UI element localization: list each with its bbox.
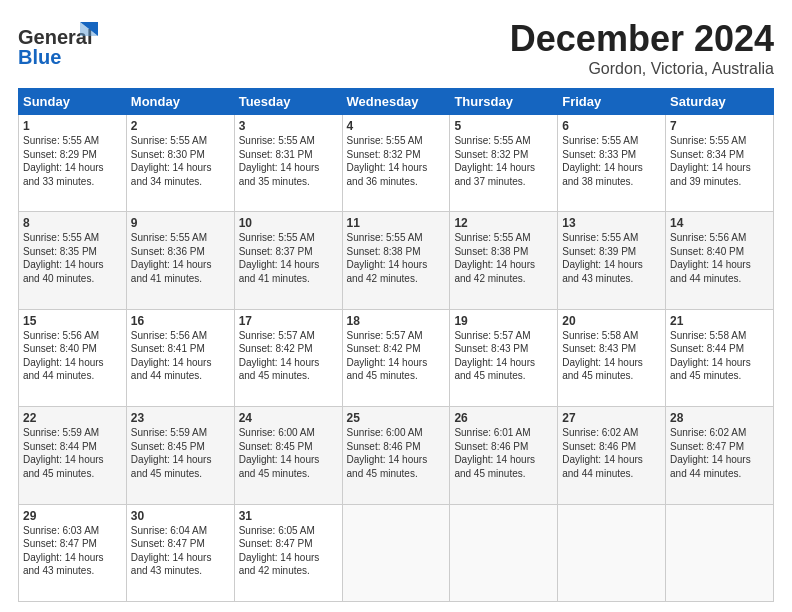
day-number: 25 [347,411,446,425]
day-number: 3 [239,119,338,133]
location: Gordon, Victoria, Australia [510,60,774,78]
calendar-cell: 13Sunrise: 5:55 AMSunset: 8:39 PMDayligh… [558,212,666,309]
calendar-cell: 7Sunrise: 5:55 AMSunset: 8:34 PMDaylight… [666,115,774,212]
calendar-cell: 12Sunrise: 5:55 AMSunset: 8:38 PMDayligh… [450,212,558,309]
day-info: Sunrise: 5:55 AMSunset: 8:37 PMDaylight:… [239,231,338,285]
day-info: Sunrise: 5:55 AMSunset: 8:33 PMDaylight:… [562,134,661,188]
day-info: Sunrise: 5:55 AMSunset: 8:31 PMDaylight:… [239,134,338,188]
calendar-cell: 18Sunrise: 5:57 AMSunset: 8:42 PMDayligh… [342,309,450,406]
calendar-cell: 15Sunrise: 5:56 AMSunset: 8:40 PMDayligh… [19,309,127,406]
day-info: Sunrise: 5:57 AMSunset: 8:43 PMDaylight:… [454,329,553,383]
calendar-cell: 3Sunrise: 5:55 AMSunset: 8:31 PMDaylight… [234,115,342,212]
calendar-cell: 5Sunrise: 5:55 AMSunset: 8:32 PMDaylight… [450,115,558,212]
day-info: Sunrise: 6:01 AMSunset: 8:46 PMDaylight:… [454,426,553,480]
day-number: 14 [670,216,769,230]
day-number: 22 [23,411,122,425]
col-thursday: Thursday [450,89,558,115]
col-wednesday: Wednesday [342,89,450,115]
day-info: Sunrise: 6:00 AMSunset: 8:45 PMDaylight:… [239,426,338,480]
calendar-table: Sunday Monday Tuesday Wednesday Thursday… [18,88,774,602]
calendar-cell: 16Sunrise: 5:56 AMSunset: 8:41 PMDayligh… [126,309,234,406]
col-monday: Monday [126,89,234,115]
svg-text:Blue: Blue [18,46,61,68]
day-number: 11 [347,216,446,230]
calendar-cell: 1Sunrise: 5:55 AMSunset: 8:29 PMDaylight… [19,115,127,212]
day-info: Sunrise: 5:55 AMSunset: 8:38 PMDaylight:… [454,231,553,285]
calendar-cell [558,504,666,601]
col-saturday: Saturday [666,89,774,115]
day-number: 7 [670,119,769,133]
day-number: 19 [454,314,553,328]
day-info: Sunrise: 6:00 AMSunset: 8:46 PMDaylight:… [347,426,446,480]
day-number: 18 [347,314,446,328]
calendar-cell: 2Sunrise: 5:55 AMSunset: 8:30 PMDaylight… [126,115,234,212]
day-number: 21 [670,314,769,328]
calendar-cell: 22Sunrise: 5:59 AMSunset: 8:44 PMDayligh… [19,407,127,504]
day-info: Sunrise: 5:55 AMSunset: 8:36 PMDaylight:… [131,231,230,285]
calendar-cell [342,504,450,601]
calendar-cell: 17Sunrise: 5:57 AMSunset: 8:42 PMDayligh… [234,309,342,406]
day-info: Sunrise: 5:56 AMSunset: 8:41 PMDaylight:… [131,329,230,383]
calendar-cell [450,504,558,601]
calendar-cell: 20Sunrise: 5:58 AMSunset: 8:43 PMDayligh… [558,309,666,406]
logo: General Blue [18,18,108,70]
logo-svg: General Blue [18,18,108,70]
day-info: Sunrise: 5:58 AMSunset: 8:43 PMDaylight:… [562,329,661,383]
calendar-cell: 10Sunrise: 5:55 AMSunset: 8:37 PMDayligh… [234,212,342,309]
day-info: Sunrise: 5:56 AMSunset: 8:40 PMDaylight:… [23,329,122,383]
day-number: 26 [454,411,553,425]
day-info: Sunrise: 5:55 AMSunset: 8:34 PMDaylight:… [670,134,769,188]
calendar-week-row-2: 8Sunrise: 5:55 AMSunset: 8:35 PMDaylight… [19,212,774,309]
day-info: Sunrise: 5:55 AMSunset: 8:32 PMDaylight:… [347,134,446,188]
day-number: 29 [23,509,122,523]
header: General Blue December 2024 Gordon, Victo… [18,18,774,78]
calendar-week-row-1: 1Sunrise: 5:55 AMSunset: 8:29 PMDaylight… [19,115,774,212]
calendar-cell: 29Sunrise: 6:03 AMSunset: 8:47 PMDayligh… [19,504,127,601]
day-info: Sunrise: 6:02 AMSunset: 8:46 PMDaylight:… [562,426,661,480]
day-info: Sunrise: 5:55 AMSunset: 8:32 PMDaylight:… [454,134,553,188]
day-number: 24 [239,411,338,425]
day-info: Sunrise: 6:02 AMSunset: 8:47 PMDaylight:… [670,426,769,480]
month-title: December 2024 [510,18,774,60]
calendar-cell: 14Sunrise: 5:56 AMSunset: 8:40 PMDayligh… [666,212,774,309]
day-info: Sunrise: 6:04 AMSunset: 8:47 PMDaylight:… [131,524,230,578]
title-block: December 2024 Gordon, Victoria, Australi… [510,18,774,78]
day-info: Sunrise: 5:57 AMSunset: 8:42 PMDaylight:… [239,329,338,383]
day-number: 12 [454,216,553,230]
calendar-cell: 31Sunrise: 6:05 AMSunset: 8:47 PMDayligh… [234,504,342,601]
day-info: Sunrise: 5:55 AMSunset: 8:35 PMDaylight:… [23,231,122,285]
day-number: 5 [454,119,553,133]
day-info: Sunrise: 5:55 AMSunset: 8:38 PMDaylight:… [347,231,446,285]
day-number: 30 [131,509,230,523]
day-info: Sunrise: 6:05 AMSunset: 8:47 PMDaylight:… [239,524,338,578]
calendar-cell: 26Sunrise: 6:01 AMSunset: 8:46 PMDayligh… [450,407,558,504]
page: General Blue December 2024 Gordon, Victo… [0,0,792,612]
day-number: 9 [131,216,230,230]
calendar-week-row-4: 22Sunrise: 5:59 AMSunset: 8:44 PMDayligh… [19,407,774,504]
calendar-cell: 9Sunrise: 5:55 AMSunset: 8:36 PMDaylight… [126,212,234,309]
calendar-cell: 6Sunrise: 5:55 AMSunset: 8:33 PMDaylight… [558,115,666,212]
day-info: Sunrise: 5:55 AMSunset: 8:29 PMDaylight:… [23,134,122,188]
day-number: 2 [131,119,230,133]
calendar-cell: 19Sunrise: 5:57 AMSunset: 8:43 PMDayligh… [450,309,558,406]
day-info: Sunrise: 5:58 AMSunset: 8:44 PMDaylight:… [670,329,769,383]
day-info: Sunrise: 5:57 AMSunset: 8:42 PMDaylight:… [347,329,446,383]
calendar-header-row: Sunday Monday Tuesday Wednesday Thursday… [19,89,774,115]
day-number: 16 [131,314,230,328]
calendar-cell: 4Sunrise: 5:55 AMSunset: 8:32 PMDaylight… [342,115,450,212]
calendar-week-row-3: 15Sunrise: 5:56 AMSunset: 8:40 PMDayligh… [19,309,774,406]
calendar-cell: 28Sunrise: 6:02 AMSunset: 8:47 PMDayligh… [666,407,774,504]
day-number: 4 [347,119,446,133]
calendar-cell: 11Sunrise: 5:55 AMSunset: 8:38 PMDayligh… [342,212,450,309]
day-info: Sunrise: 5:55 AMSunset: 8:39 PMDaylight:… [562,231,661,285]
day-number: 27 [562,411,661,425]
day-number: 13 [562,216,661,230]
day-number: 15 [23,314,122,328]
day-info: Sunrise: 6:03 AMSunset: 8:47 PMDaylight:… [23,524,122,578]
calendar-cell: 8Sunrise: 5:55 AMSunset: 8:35 PMDaylight… [19,212,127,309]
day-number: 8 [23,216,122,230]
calendar-cell [666,504,774,601]
calendar-cell: 25Sunrise: 6:00 AMSunset: 8:46 PMDayligh… [342,407,450,504]
calendar-cell: 23Sunrise: 5:59 AMSunset: 8:45 PMDayligh… [126,407,234,504]
day-number: 23 [131,411,230,425]
